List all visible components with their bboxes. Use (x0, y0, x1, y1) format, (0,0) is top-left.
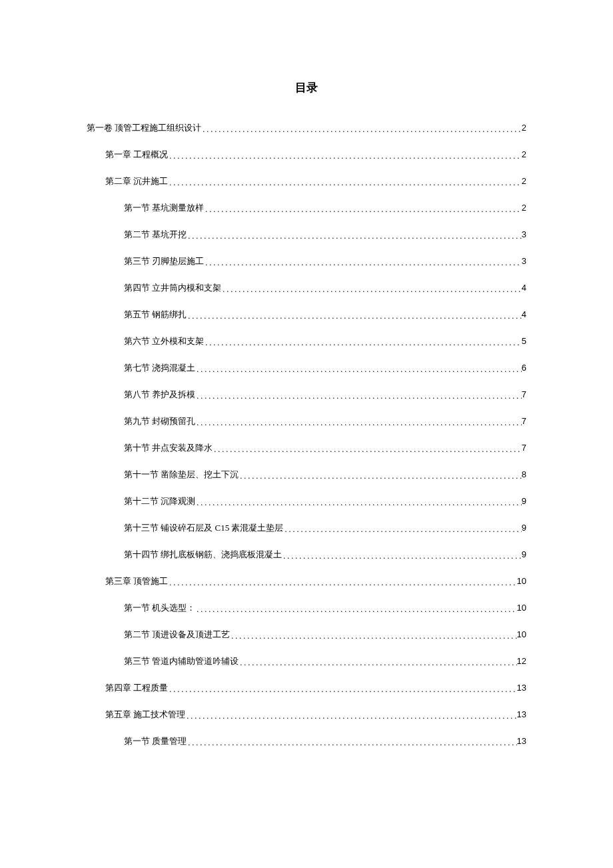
toc-entry-label: 第十一节 凿除垫层、挖土下沉 (124, 469, 239, 481)
toc-entry-page: 2 (522, 203, 526, 213)
toc-entry: 第十一节 凿除垫层、挖土下沉..........................… (87, 469, 526, 481)
toc-entry: 第一节 基坑测量放样..............................… (87, 202, 526, 214)
toc-entry: 第二节 基坑开挖................................… (87, 229, 526, 241)
toc-entry-label: 第十四节 绑扎底板钢筋、浇捣底板混凝土 (124, 549, 282, 561)
toc-dots: ........................................… (204, 338, 522, 348)
toc-entry-page: 10 (517, 603, 526, 613)
toc-dots: ........................................… (239, 658, 516, 668)
toc-dots: ........................................… (230, 631, 516, 641)
toc-entry: 第四节 立井筒内模和支架............................… (87, 282, 526, 294)
toc-dots: ........................................… (204, 258, 522, 268)
toc-entry: 第四章 工程质量................................… (87, 682, 526, 694)
toc-entry: 第七节 浇捣混凝土...............................… (87, 362, 526, 374)
toc-entry-label: 第十三节 铺设碎石层及 C15 素混凝土垫层 (124, 522, 283, 534)
toc-entry-label: 第三章 顶管施工 (105, 575, 168, 587)
toc-entry-label: 第一节 质量管理 (124, 735, 187, 747)
toc-dots: ........................................… (168, 578, 516, 588)
toc-entry-page: 7 (522, 416, 526, 426)
toc-entry-page: 9 (522, 523, 526, 533)
toc-entry-label: 第二节 基坑开挖 (124, 229, 187, 241)
toc-dots: ........................................… (168, 151, 522, 161)
toc-dots: ........................................… (213, 445, 522, 455)
toc-entry-page: 13 (517, 736, 526, 746)
toc-entry-label: 第一节 基坑测量放样 (124, 202, 204, 214)
toc-dots: ........................................… (187, 738, 516, 748)
toc-entry: 第二章 沉井施工................................… (87, 175, 526, 187)
toc-entry-page: 3 (522, 256, 526, 266)
toc-entry-label: 第三节 刃脚垫层施工 (124, 255, 204, 267)
toc-entry-label: 第五章 施工技术管理 (105, 709, 185, 721)
toc-entry-page: 2 (522, 176, 526, 186)
toc-dots: ........................................… (204, 205, 522, 215)
toc-entry-label: 第九节 封砌预留孔 (124, 415, 195, 427)
toc-entry-page: 9 (522, 496, 526, 506)
toc-dots: ........................................… (239, 471, 522, 481)
toc-entry: 第一卷 顶管工程施工组织设计..........................… (87, 122, 526, 134)
toc-entry: 第十二节 沉降观测...............................… (87, 495, 526, 507)
toc-dots: ........................................… (195, 365, 522, 375)
toc-container: 第一卷 顶管工程施工组织设计..........................… (87, 122, 526, 747)
toc-entry-label: 第八节 养护及拆模 (124, 389, 195, 401)
toc-dots: ........................................… (187, 311, 522, 321)
toc-entry-label: 第十二节 沉降观测 (124, 495, 195, 507)
toc-dots: ........................................… (187, 231, 522, 241)
toc-entry-label: 第四节 立井筒内模和支架 (124, 282, 221, 294)
toc-entry-label: 第二章 沉井施工 (105, 175, 168, 187)
toc-dots: ........................................… (195, 418, 522, 428)
toc-entry-label: 第六节 立外模和支架 (124, 335, 204, 347)
toc-entry-page: 2 (522, 149, 526, 159)
toc-entry-page: 7 (522, 443, 526, 453)
toc-entry-label: 第五节 钢筋绑扎 (124, 309, 187, 321)
toc-entry-label: 第三节 管道内辅助管道吟辅设 (124, 655, 239, 667)
toc-entry-label: 第一卷 顶管工程施工组织设计 (87, 122, 201, 134)
toc-entry-page: 13 (517, 683, 526, 693)
toc-dots: ........................................… (168, 685, 516, 695)
toc-entry-page: 4 (522, 309, 526, 319)
toc-entry: 第十节 井点安装及降水.............................… (87, 442, 526, 454)
toc-entry-page: 12 (517, 656, 526, 666)
toc-title: 目录 (87, 80, 526, 95)
toc-entry-page: 9 (522, 549, 526, 559)
toc-entry: 第五节 钢筋绑扎................................… (87, 309, 526, 321)
toc-entry-page: 5 (522, 336, 526, 346)
toc-dots: ........................................… (221, 285, 522, 295)
toc-entry: 第九节 封砌预留孔...............................… (87, 415, 526, 427)
toc-entry: 第十四节 绑扎底板钢筋、浇捣底板混凝土.....................… (87, 549, 526, 561)
toc-entry-page: 10 (517, 629, 526, 639)
toc-dots: ........................................… (195, 498, 522, 508)
toc-entry-page: 10 (517, 576, 526, 586)
toc-dots: ........................................… (282, 551, 522, 561)
toc-entry: 第三节 刃脚垫层施工..............................… (87, 255, 526, 267)
toc-entry-page: 7 (522, 389, 526, 399)
toc-dots: ........................................… (195, 605, 516, 615)
toc-entry: 第一节 质量管理................................… (87, 735, 526, 747)
toc-entry-label: 第十节 井点安装及降水 (124, 442, 213, 454)
toc-dots: ........................................… (195, 391, 522, 401)
toc-entry: 第一节 机头选型：...............................… (87, 602, 526, 614)
toc-dots: ........................................… (201, 125, 522, 135)
toc-entry: 第六节 立外模和支架..............................… (87, 335, 526, 347)
toc-dots: ........................................… (168, 178, 522, 188)
toc-entry-label: 第二节 顶进设备及顶进工艺 (124, 629, 230, 641)
toc-entry-page: 6 (522, 363, 526, 373)
toc-entry-page: 3 (522, 229, 526, 239)
toc-entry-page: 8 (522, 469, 526, 479)
toc-entry: 第一章 工程概况................................… (87, 149, 526, 161)
toc-entry: 第三章 顶管施工................................… (87, 575, 526, 587)
toc-entry: 第八节 养护及拆模...............................… (87, 389, 526, 401)
toc-dots: ........................................… (283, 525, 521, 535)
toc-entry-label: 第一节 机头选型： (124, 602, 195, 614)
toc-entry-page: 4 (522, 283, 526, 293)
toc-entry: 第二节 顶进设备及顶进工艺...........................… (87, 629, 526, 641)
toc-entry-label: 第七节 浇捣混凝土 (124, 362, 195, 374)
toc-entry-label: 第一章 工程概况 (105, 149, 168, 161)
toc-entry: 第五章 施工技术管理..............................… (87, 709, 526, 721)
toc-entry: 第十三节 铺设碎石层及 C15 素混凝土垫层..................… (87, 522, 526, 534)
toc-entry-label: 第四章 工程质量 (105, 682, 168, 694)
toc-dots: ........................................… (185, 711, 516, 721)
toc-entry: 第三节 管道内辅助管道吟辅设..........................… (87, 655, 526, 667)
toc-entry-page: 13 (517, 709, 526, 719)
toc-entry-page: 2 (522, 123, 526, 133)
